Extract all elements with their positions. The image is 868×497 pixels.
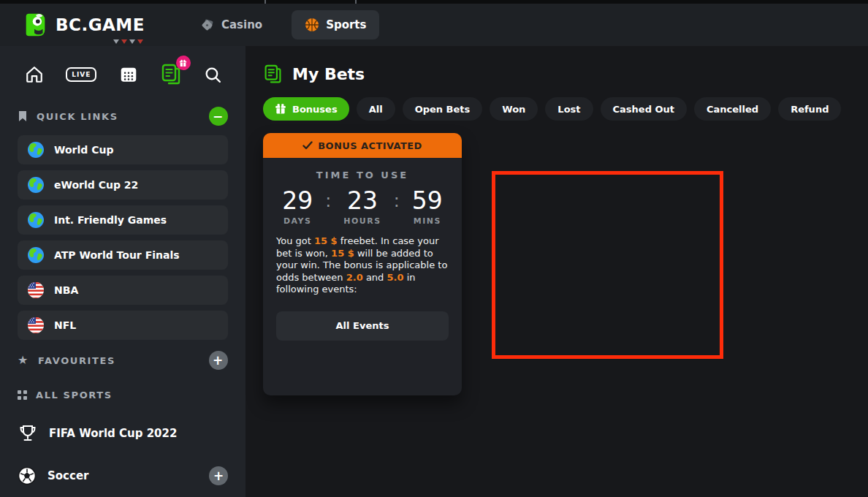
bookmark-icon [18,110,28,122]
top-strip-tick [355,0,357,4]
basketball-icon [305,18,319,32]
filter-chip-open-bets[interactable]: Open Bets [403,97,483,121]
quick-links-list: World Cup eWorld Cup 22 [18,135,228,340]
soccer-ball-icon [18,466,37,485]
quick-links-title: QUICK LINKS [37,111,118,122]
filter-chip-label: Bonuses [292,104,338,115]
filter-chip-bonuses[interactable]: Bonuses [263,97,349,121]
filter-chip-won[interactable]: Won [490,97,538,121]
all-sports-header: ALL SPORTS [18,387,228,403]
bonus-activated-banner: BONUS ACTIVATED [263,133,462,158]
quick-link-nfl[interactable]: NFL [18,311,228,340]
favourites-add-button[interactable]: + [209,351,228,370]
my-bets-title-icon [263,64,283,85]
usa-flag-icon [27,316,45,334]
countdown-mins-label: MINS [414,216,441,226]
favourites-header: ★ FAVOURITES + [18,350,228,371]
live-label: LIVE [66,67,96,82]
quick-link-int-friendly-games[interactable]: Int. Friendly Games [18,205,228,235]
filter-chip-refund[interactable]: Refund [778,97,841,121]
all-events-button[interactable]: All Events [276,311,449,341]
favourites-title: FAVOURITES [38,355,115,366]
quick-link-label: ATP World Tour Finals [54,249,180,261]
brand-text: BC.GAME [56,15,145,34]
countdown-hours-value: 23 [347,187,378,215]
countdown-hours-label: HOURS [343,216,381,226]
page-title: My Bets [292,65,365,83]
app-window: BC.GAME Casino Sports [0,0,868,497]
sidebar-item-label: Soccer [47,469,88,482]
sidebar-item-label: FIFA World Cup 2022 [49,427,177,440]
filter-chip-label: Lost [557,104,580,115]
header-bar: BC.GAME Casino Sports [0,4,868,46]
countdown-days-value: 29 [282,187,313,215]
quick-link-eworld-cup-22[interactable]: eWorld Cup 22 [18,170,228,200]
bonus-description: You got 15 $ freebet. In case your bet i… [276,235,449,296]
nav-casino[interactable]: Casino [187,10,275,39]
casino-diamond-icon [200,18,215,32]
sidebar-icon-row: LIVE [18,46,228,87]
quick-link-label: NFL [54,319,76,331]
my-bets-icon[interactable] [160,63,182,86]
sidebar-item-soccer[interactable]: Soccer + [18,464,228,487]
filter-chip-cashed-out[interactable]: Cashed Out [601,97,687,121]
countdown-days-label: DAYS [283,216,311,226]
bcgame-logo[interactable]: BC.GAME [22,11,145,39]
quick-link-label: eWorld Cup 22 [54,179,138,191]
star-icon: ★ [18,354,29,366]
nav-casino-label: Casino [221,18,262,31]
live-events-icon[interactable]: LIVE [66,67,96,82]
quick-link-label: World Cup [54,144,113,156]
search-icon[interactable] [204,66,222,84]
filter-chip-lost[interactable]: Lost [545,97,593,121]
globe-icon [27,176,45,194]
countdown-separator: : [325,187,331,215]
bet-filter-chips: Bonuses All Open Bets Won Lost Cashed Ou… [263,97,868,121]
filter-chip-all[interactable]: All [357,97,395,121]
trophy-icon [18,423,38,444]
main-content: My Bets Bonuses All Open Bets Won Lost C… [245,46,868,497]
quick-link-atp-world-tour-finals[interactable]: ATP World Tour Finals [18,240,228,270]
bonus-card: BONUS ACTIVATED TIME TO USE 29 DAYS : 23… [263,133,462,395]
bonus-notification-badge [176,56,191,70]
nav-sports-label: Sports [326,18,366,31]
grid-icon [18,390,27,400]
sidebar-item-fifa-world-cup-2022[interactable]: FIFA World Cup 2022 [18,422,228,445]
globe-icon [27,246,45,264]
bcgame-logo-icon [22,11,50,39]
bunting-decoration [113,39,143,44]
nav-sports[interactable]: Sports [292,10,379,39]
quick-link-label: NBA [54,284,78,296]
usa-flag-icon [27,281,45,299]
filter-chip-label: Refund [791,104,829,115]
soccer-expand-button[interactable]: + [209,466,228,485]
quick-links-header: QUICK LINKS − [18,106,228,126]
globe-icon [27,141,45,159]
globe-icon [27,211,45,229]
calendar-icon[interactable] [119,65,138,84]
filter-chip-label: Cashed Out [613,104,674,115]
top-strip-tick [264,0,266,4]
bonus-countdown: 29 DAYS : 23 HOURS : 59 MINS [263,187,462,226]
countdown-mins-value: 59 [412,187,443,215]
quick-link-label: Int. Friendly Games [54,214,167,226]
quick-links-collapse-button[interactable]: − [209,107,228,126]
gift-icon [275,103,286,115]
filter-chip-cancelled[interactable]: Cancelled [694,97,771,121]
top-strip [0,0,868,4]
home-icon[interactable] [25,65,44,84]
bonus-activated-label: BONUS ACTIVATED [318,140,422,151]
filter-chip-label: All [369,104,383,115]
page-title-row: My Bets [263,62,868,86]
countdown-separator: : [394,187,400,215]
checkmark-icon [302,141,313,150]
filter-chip-label: Won [502,104,525,115]
quick-link-world-cup[interactable]: World Cup [18,135,228,164]
top-nav: Casino Sports [187,4,380,46]
quick-link-nba[interactable]: NBA [18,276,228,305]
filter-chip-label: Open Bets [415,104,471,115]
sidebar: LIVE [0,46,245,497]
filter-chip-label: Cancelled [707,104,758,115]
time-to-use-label: TIME TO USE [263,170,462,181]
all-sports-title: ALL SPORTS [36,390,113,401]
